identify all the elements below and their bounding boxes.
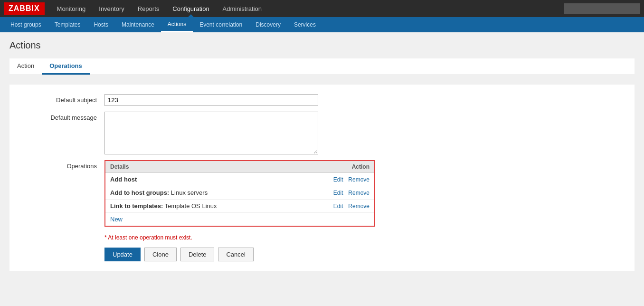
nav-configuration[interactable]: Configuration bbox=[166, 0, 216, 17]
subnav-event-correlation[interactable]: Event correlation bbox=[193, 17, 249, 32]
page-title: Actions bbox=[9, 40, 635, 51]
default-subject-row: Default subject bbox=[9, 94, 625, 106]
subnav-actions[interactable]: Actions bbox=[161, 17, 193, 32]
op-3-remove[interactable]: Remove bbox=[348, 203, 369, 210]
op-1-remove[interactable]: Remove bbox=[348, 176, 369, 183]
op-detail-1: Add host bbox=[105, 173, 298, 186]
op-detail-3-extra: Template OS Linux bbox=[165, 202, 217, 210]
error-message: * At least one operation must exist. bbox=[104, 234, 625, 241]
default-subject-label: Default subject bbox=[9, 94, 104, 104]
update-button[interactable]: Update bbox=[104, 248, 141, 261]
nav-administration[interactable]: Administration bbox=[216, 0, 268, 17]
new-operation-link[interactable]: New bbox=[110, 216, 123, 223]
subnav-hosts[interactable]: Hosts bbox=[87, 17, 115, 32]
default-subject-input[interactable] bbox=[104, 94, 318, 106]
op-2-remove[interactable]: Remove bbox=[348, 190, 369, 196]
logo: ZABBIX bbox=[4, 2, 45, 15]
operations-table-container: Details Action Add host Edit bbox=[104, 160, 375, 227]
top-nav-items: Monitoring Inventory Reports Configurati… bbox=[50, 0, 564, 17]
form-container: Default subject Default message Operatio… bbox=[9, 85, 635, 271]
top-navbar: ZABBIX Monitoring Inventory Reports Conf… bbox=[0, 0, 644, 17]
subnav-services[interactable]: Services bbox=[287, 17, 322, 32]
table-row: Add to host groups: Linux servers Edit R… bbox=[105, 186, 374, 200]
op-detail-3-bold: Link to templates: bbox=[110, 202, 163, 210]
clone-button[interactable]: Clone bbox=[144, 248, 177, 261]
tab-operations[interactable]: Operations bbox=[42, 58, 90, 75]
tab-action[interactable]: Action bbox=[9, 58, 42, 75]
op-action-1: Edit Remove bbox=[298, 173, 374, 186]
op-detail-1-text: Add host bbox=[110, 176, 137, 183]
operations-table: Details Action Add host Edit bbox=[105, 161, 374, 212]
subnav-maintenance[interactable]: Maintenance bbox=[115, 17, 161, 32]
form-buttons: Update Clone Delete Cancel bbox=[104, 248, 625, 261]
sub-navbar: Host groups Templates Hosts Maintenance … bbox=[0, 17, 644, 32]
page-content: Actions Action Operations Default subjec… bbox=[0, 32, 644, 306]
operations-label: Operations bbox=[9, 160, 104, 170]
operations-section: Operations Details Action bbox=[9, 160, 625, 227]
col-header-action: Action bbox=[298, 161, 374, 173]
delete-button[interactable]: Delete bbox=[180, 248, 215, 261]
search-input[interactable] bbox=[564, 3, 640, 14]
nav-reports[interactable]: Reports bbox=[131, 0, 166, 17]
op-detail-3: Link to templates: Template OS Linux bbox=[105, 200, 298, 213]
nav-inventory[interactable]: Inventory bbox=[92, 0, 131, 17]
subnav-host-groups[interactable]: Host groups bbox=[4, 17, 48, 32]
op-3-edit[interactable]: Edit bbox=[333, 203, 343, 210]
subnav-templates[interactable]: Templates bbox=[48, 17, 87, 32]
op-detail-2: Add to host groups: Linux servers bbox=[105, 186, 298, 200]
tabs-container: Action Operations bbox=[9, 58, 635, 75]
op-2-edit[interactable]: Edit bbox=[333, 190, 343, 196]
ops-footer: New bbox=[105, 212, 374, 226]
op-detail-2-bold: Add to host groups: bbox=[110, 189, 169, 196]
default-message-textarea[interactable] bbox=[104, 112, 318, 154]
default-message-row: Default message bbox=[9, 112, 625, 154]
op-action-3: Edit Remove bbox=[298, 200, 374, 213]
subnav-discovery[interactable]: Discovery bbox=[249, 17, 287, 32]
default-message-label: Default message bbox=[9, 112, 104, 121]
operations-table-wrap: Details Action Add host Edit bbox=[104, 160, 375, 227]
table-row: Link to templates: Template OS Linux Edi… bbox=[105, 200, 374, 213]
op-detail-2-extra: Linux servers bbox=[171, 189, 208, 196]
table-row: Add host Edit Remove bbox=[105, 173, 374, 186]
cancel-button[interactable]: Cancel bbox=[218, 248, 253, 261]
col-header-details: Details bbox=[105, 161, 298, 173]
op-action-2: Edit Remove bbox=[298, 186, 374, 200]
op-1-edit[interactable]: Edit bbox=[333, 176, 343, 183]
nav-monitoring[interactable]: Monitoring bbox=[50, 0, 93, 17]
